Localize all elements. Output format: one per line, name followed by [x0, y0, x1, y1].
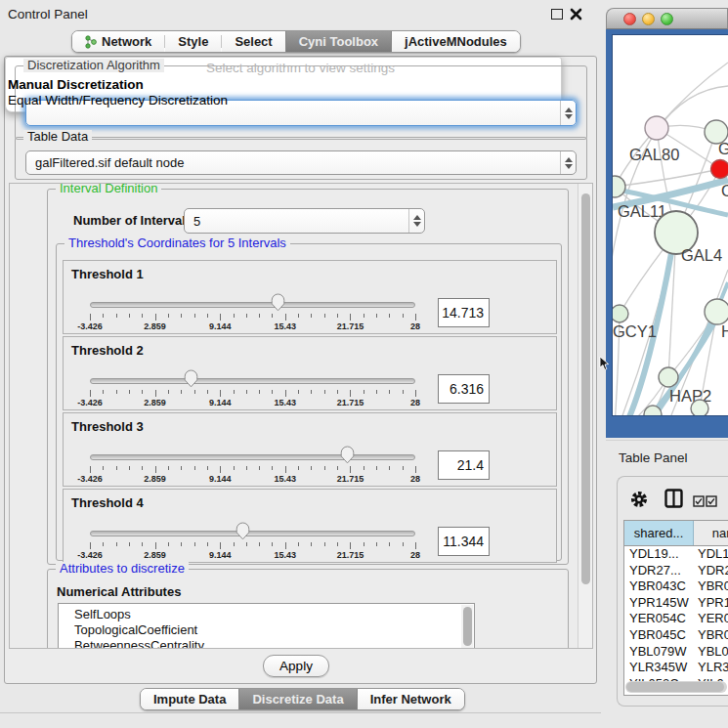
slider-tick	[129, 390, 130, 394]
close-window-icon[interactable]	[623, 13, 636, 25]
network-node[interactable]	[691, 400, 708, 415]
apply-button[interactable]: Apply	[263, 655, 329, 677]
slider-tick	[259, 466, 260, 470]
tab-discretize-data[interactable]: Discretize Data	[238, 689, 357, 709]
horizontal-scrollbar[interactable]	[625, 681, 727, 693]
numerical-attributes-list[interactable]: SelfLoopsTopologicalCoefficientBetweenne…	[58, 603, 475, 649]
slider-tick	[389, 390, 390, 394]
cell-name[interactable]: YLR3	[694, 660, 728, 676]
table-row[interactable]: YPR145WYPR1	[624, 595, 728, 612]
number-of-intervals-combobox[interactable]: 5	[184, 208, 425, 234]
network-canvas[interactable]: GAL80GCGAL11GAL4GCY1HHAP2	[613, 35, 728, 415]
threshold-2-slider[interactable]	[90, 378, 415, 384]
table-row[interactable]: YBR043CYBR0	[624, 578, 728, 595]
attribute-list-item[interactable]: SelfLoops	[59, 607, 474, 622]
threshold-4-slider[interactable]	[90, 531, 415, 536]
cell-shared-name[interactable]: YBR043C	[624, 578, 694, 595]
tab-cyni-toolbox[interactable]: Cyni Toolbox	[285, 31, 392, 52]
table-panel-title: Table Panel	[619, 450, 688, 465]
combo-stepper-icon[interactable]	[560, 151, 576, 174]
cell-shared-name[interactable]: YLR345W	[624, 660, 694, 676]
node-attribute-table[interactable]: shared... name YDL19...YDL1YDR27...YDR2Y…	[623, 520, 728, 696]
settings-gear-icon[interactable]	[629, 490, 649, 509]
network-node-h[interactable]	[705, 299, 728, 324]
cell-name[interactable]: YDR2	[694, 563, 728, 579]
table-row[interactable]: YDL19...YDL1	[624, 546, 728, 563]
slider-thumb-icon[interactable]	[184, 369, 198, 388]
attribute-list-item[interactable]: BetweennessCentrality	[59, 638, 474, 649]
threshold-3-value-field[interactable]: 21.4	[438, 450, 490, 480]
slider-thumb-icon[interactable]	[236, 522, 250, 540]
slider-tick	[272, 390, 273, 394]
slider-tick	[272, 466, 273, 470]
tab-infer-network[interactable]: Infer Network	[358, 689, 464, 709]
scrollbar-thumb[interactable]	[626, 682, 724, 692]
checkbox-checked-icon[interactable]	[693, 495, 705, 507]
tab-style[interactable]: Style	[165, 31, 221, 52]
float-panel-icon[interactable]	[551, 9, 563, 20]
slider-tick	[337, 314, 338, 318]
table-row[interactable]: YBR045CYBR0	[624, 627, 728, 644]
column-layout-icon[interactable]	[664, 489, 683, 508]
cell-name[interactable]: YDL1	[694, 546, 728, 563]
cell-name[interactable]: YBR0	[694, 578, 728, 595]
table-data-combobox[interactable]: galFiltered.sif default node	[25, 150, 577, 175]
checkbox-checked-icon[interactable]	[706, 495, 717, 507]
cell-shared-name[interactable]: YDL19...	[624, 546, 694, 563]
cell-name[interactable]: YPR1	[694, 595, 728, 612]
column-header-name[interactable]: name	[694, 521, 728, 545]
network-node-gal80[interactable]	[645, 116, 668, 140]
threshold-2-value-field[interactable]: 6.316	[438, 374, 490, 404]
vertical-scrollbar[interactable]	[578, 184, 592, 648]
cell-shared-name[interactable]: YER054C	[624, 611, 694, 627]
cell-name[interactable]: YBL0	[694, 644, 728, 661]
network-icon	[85, 35, 97, 49]
slider-tick	[220, 314, 221, 321]
close-icon[interactable]	[570, 8, 582, 21]
list-scrollbar[interactable]	[461, 605, 473, 649]
cell-shared-name[interactable]: YDR27...	[624, 563, 694, 579]
threshold-3-slider[interactable]	[90, 454, 415, 460]
slider-tick	[324, 390, 325, 394]
table-row[interactable]: YLR345WYLR3	[624, 660, 728, 676]
threshold-4-value-field[interactable]: 11.344	[438, 527, 490, 556]
slider-tick	[376, 466, 377, 470]
network-edge[interactable]	[657, 63, 728, 128]
table-row[interactable]: YER054CYER0	[624, 611, 728, 627]
tab-impute-data[interactable]: Impute Data	[141, 689, 238, 709]
application-window: Control Panel Network Style Select Cyni …	[0, 0, 728, 728]
dropdown-item-manual-discretization[interactable]: Manual Discretization	[8, 77, 144, 92]
network-node-c[interactable]	[711, 160, 728, 179]
combo-stepper-icon[interactable]	[408, 209, 424, 233]
minimize-window-icon[interactable]	[642, 13, 655, 25]
slider-tick	[311, 314, 312, 318]
dropdown-item-equal-width-frequency[interactable]: Equal Width/Frequency Discretization	[8, 93, 228, 107]
threshold-1-slider[interactable]	[90, 302, 415, 308]
zoom-window-icon[interactable]	[661, 13, 673, 25]
network-node-gcy1[interactable]	[613, 305, 628, 322]
combo-stepper-icon[interactable]	[560, 101, 576, 125]
tab-jactivemnodules[interactable]: jActiveMNodules	[392, 31, 520, 52]
cell-name[interactable]: YBR0	[694, 627, 728, 644]
slider-tick-label: 2.859	[144, 474, 166, 484]
network-node-hap2[interactable]	[659, 367, 678, 387]
column-header-shared-name[interactable]: shared...	[624, 521, 694, 545]
threshold-1-value-field[interactable]: 14.713	[438, 298, 490, 327]
tab-network[interactable]: Network	[72, 31, 164, 52]
dropdown-placeholder[interactable]: Select algorithm to view settings	[5, 61, 596, 75]
cell-name[interactable]: YER0	[694, 611, 728, 627]
slider-tick-label: 21.715	[337, 321, 364, 331]
slider-tick	[311, 542, 312, 546]
slider-thumb-icon[interactable]	[340, 446, 355, 464]
slider-tick-label: 21.715	[337, 398, 364, 407]
cell-shared-name[interactable]: YPR145W	[624, 595, 694, 612]
table-row[interactable]: YDR27...YDR2	[624, 563, 728, 579]
table-row[interactable]: YBL079WYBL0	[624, 644, 728, 661]
tab-select[interactable]: Select	[222, 31, 284, 52]
network-window-titlebar[interactable]	[606, 8, 728, 29]
scrollbar-thumb[interactable]	[581, 193, 590, 584]
attribute-list-item[interactable]: TopologicalCoefficient	[59, 622, 474, 638]
slider-thumb-icon[interactable]	[271, 293, 285, 312]
cell-shared-name[interactable]: YBL079W	[624, 644, 694, 661]
cell-shared-name[interactable]: YBR045C	[624, 627, 694, 644]
